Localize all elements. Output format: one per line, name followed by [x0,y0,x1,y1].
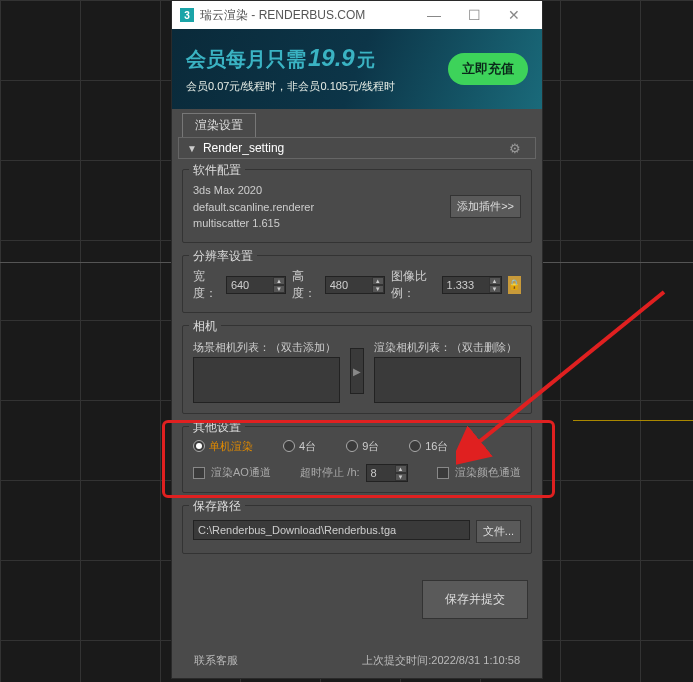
close-button[interactable]: ✕ [494,7,534,23]
banner-text-3: 元 [357,48,375,72]
height-input[interactable] [326,279,372,291]
camera-transfer-button[interactable]: ▶ [350,348,364,394]
group-other: 其他设置 单机渲染 4台 9台 16台 渲染AO通道 超时停止 /h: ▲▼ 渲… [182,426,532,493]
radio-4[interactable]: 4台 [283,439,316,454]
radio-dot-icon [346,440,358,452]
width-spinner[interactable]: ▲▼ [226,276,286,294]
scene-camera-label: 场景相机列表：（双击添加） [193,340,340,355]
color-checkbox[interactable] [437,467,449,479]
timeout-label: 超时停止 /h: [300,465,359,480]
save-submit-button[interactable]: 保存并提交 [422,580,528,619]
scene-camera-list[interactable] [193,357,340,403]
color-label: 渲染颜色通道 [455,465,521,480]
footer: 联系客服 上次提交时间:2022/8/31 1:10:58 [182,647,532,676]
window-title: 瑞云渲染 - RENDERBUS.COM [200,7,414,24]
save-path-input[interactable] [193,520,470,540]
radio-9-label: 9台 [362,439,379,454]
ratio-label: 图像比例： [391,268,436,302]
radio-single[interactable]: 单机渲染 [193,439,253,454]
add-plugin-button[interactable]: 添加插件>> [450,195,521,218]
render-settings-window: 3 瑞云渲染 - RENDERBUS.COM — ☐ ✕ 会员每月只需 19.9… [171,0,543,679]
group-title-software: 软件配置 [189,162,245,179]
render-camera-label: 渲染相机列表：（双击删除） [374,340,521,355]
panel-title: Render_setting [203,141,284,155]
group-software: 软件配置 3ds Max 2020 default.scanline.rende… [182,169,532,243]
down-icon[interactable]: ▼ [395,473,407,481]
minimize-button[interactable]: — [414,7,454,23]
ao-checkbox[interactable] [193,467,205,479]
group-title-other: 其他设置 [189,419,245,436]
titlebar[interactable]: 3 瑞云渲染 - RENDERBUS.COM — ☐ ✕ [172,1,542,29]
radio-9[interactable]: 9台 [346,439,379,454]
group-title-resolution: 分辨率设置 [189,248,257,265]
tabs: 渲染设置 [172,109,542,137]
height-spinner[interactable]: ▲▼ [325,276,385,294]
gear-icon[interactable]: ⚙ [509,141,521,156]
ao-label: 渲染AO通道 [211,465,271,480]
width-input[interactable] [227,279,273,291]
recharge-button[interactable]: 立即充值 [448,53,528,85]
lock-icon[interactable]: 🔒 [508,276,521,294]
radio-dot-icon [283,440,295,452]
up-icon[interactable]: ▲ [489,277,501,285]
radio-dot-icon [193,440,205,452]
up-icon[interactable]: ▲ [372,277,384,285]
banner-text-1: 会员每月只需 [186,46,306,73]
contact-support-link[interactable]: 联系客服 [194,653,238,668]
software-line-1: default.scanline.renderer [193,199,314,216]
down-icon[interactable]: ▼ [372,285,384,293]
tab-render-settings[interactable]: 渲染设置 [182,113,256,137]
panel-header[interactable]: ▼ Render_setting ⚙ [178,137,536,159]
height-label: 高度： [292,268,319,302]
app-icon: 3 [180,8,194,22]
group-save-path: 保存路径 文件... [182,505,532,554]
collapse-icon: ▼ [187,143,197,154]
timeout-spinner[interactable]: ▲▼ [366,464,408,482]
panel-content: 软件配置 3ds Max 2020 default.scanline.rende… [172,159,542,678]
timeout-input[interactable] [367,467,395,479]
software-list: 3ds Max 2020 default.scanline.renderer m… [193,182,314,232]
group-title-camera: 相机 [189,318,221,335]
browse-file-button[interactable]: 文件... [476,520,521,543]
down-icon[interactable]: ▼ [273,285,285,293]
group-title-save-path: 保存路径 [189,498,245,515]
maximize-button[interactable]: ☐ [454,7,494,23]
software-line-0: 3ds Max 2020 [193,182,314,199]
radio-4-label: 4台 [299,439,316,454]
radio-dot-icon [409,440,421,452]
up-icon[interactable]: ▲ [273,277,285,285]
ratio-spinner[interactable]: ▲▼ [442,276,502,294]
radio-single-label: 单机渲染 [209,439,253,454]
group-resolution: 分辨率设置 宽度： ▲▼ 高度： ▲▼ 图像比例： ▲▼ 🔒 [182,255,532,313]
banner-subtitle: 会员0.07元/线程时，非会员0.105元/线程时 [186,79,395,94]
width-label: 宽度： [193,268,220,302]
down-icon[interactable]: ▼ [489,285,501,293]
last-submit-time: 上次提交时间:2022/8/31 1:10:58 [362,653,520,668]
up-icon[interactable]: ▲ [395,465,407,473]
promo-banner: 会员每月只需 19.9 元 会员0.07元/线程时，非会员0.105元/线程时 … [172,29,542,109]
group-camera: 相机 场景相机列表：（双击添加） ▶ 渲染相机列表：（双击删除） [182,325,532,414]
ratio-input[interactable] [443,279,489,291]
render-camera-list[interactable] [374,357,521,403]
radio-16[interactable]: 16台 [409,439,448,454]
radio-16-label: 16台 [425,439,448,454]
software-line-2: multiscatter 1.615 [193,215,314,232]
banner-price: 19.9 [308,44,355,72]
